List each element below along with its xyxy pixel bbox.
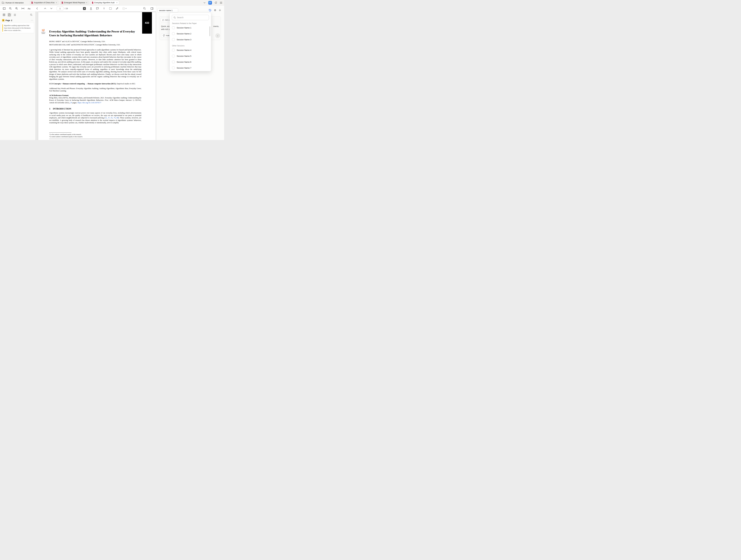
session-checkbox[interactable]: [172, 49, 175, 51]
session-checkbox[interactable]: [172, 67, 175, 69]
section-number: 1: [49, 108, 50, 110]
session-checkbox[interactable]: [172, 38, 175, 41]
extension-icon[interactable]: [208, 1, 212, 5]
annotation-page-header: A Page 2 ⋯: [0, 18, 35, 22]
tab-everyday-algorithm-auditing[interactable]: Everyday Algorithm Audi ×: [90, 1, 119, 5]
text-settings-button[interactable]: Aa: [27, 6, 31, 10]
zoom-out-icon[interactable]: [8, 6, 12, 10]
session-row[interactable]: Session Name 4: [170, 47, 211, 53]
section-label-related: Sessions Related to the Paper: [172, 22, 209, 24]
color-swatch: [122, 7, 125, 10]
session-row[interactable]: Session Name 3: [170, 37, 211, 43]
check-updates-line1: Check for: [40, 32, 47, 33]
more-icon[interactable]: ⋯: [31, 19, 33, 22]
close-icon[interactable]: ×: [116, 2, 118, 4]
session-row[interactable]: Session Name 5: [170, 53, 211, 59]
card-description-line2: with rich su: [161, 28, 171, 30]
page-number-input[interactable]: [57, 6, 63, 10]
search-icon: [174, 16, 176, 19]
arrow-up-icon: ↑: [217, 34, 218, 37]
footnotes: *Co-first authors contributed equally to…: [49, 132, 141, 138]
refresh-icon[interactable]: [215, 1, 217, 4]
paper-title: Everyday Algorithm Auditing: Understandi…: [49, 29, 141, 37]
tab-label: Everyday Algorithm Audi: [94, 2, 115, 4]
acm-reference-heading: ACM Reference Format:: [49, 94, 141, 96]
close-icon[interactable]: ×: [86, 2, 87, 4]
keywords: Additional Key Words and Phrases: Everyd…: [49, 87, 141, 92]
session-row[interactable]: Session Name 6: [170, 59, 211, 65]
toggle-sidebar-icon[interactable]: [2, 6, 6, 10]
page-label: Page: [5, 19, 10, 21]
text-tool-icon[interactable]: T: [102, 6, 106, 10]
scrollbar-thumb[interactable]: [210, 26, 210, 36]
toggle-right-panel-icon[interactable]: [150, 6, 154, 10]
card-text-fragment: ments,: [213, 25, 219, 27]
select-area-tool-icon[interactable]: [109, 6, 113, 10]
next-page-icon[interactable]: [49, 6, 53, 10]
fit-width-icon[interactable]: [21, 6, 25, 10]
crossmark-logo-icon: [42, 29, 45, 31]
footnote-line: *Co-first authors contributed equally to…: [49, 134, 141, 136]
chat-icon: [163, 34, 165, 37]
outline-list-icon[interactable]: [13, 13, 17, 17]
annotation-tools: A A T: [82, 6, 127, 10]
history-icon[interactable]: [208, 9, 211, 12]
document-icon: [62, 2, 63, 4]
tab-emergent-world[interactable]: Emergent World Represe ×: [60, 1, 89, 5]
back-icon[interactable]: [35, 6, 39, 10]
highlight-tool-icon[interactable]: A: [82, 6, 86, 10]
session-row[interactable]: Session Name 1: [170, 25, 211, 31]
folder-icon: [2, 2, 4, 4]
session-checkbox[interactable]: [172, 55, 175, 57]
tab-acquisition-of-chess[interactable]: Acquisition of Chess Kno ×: [30, 1, 59, 5]
pdf-toolbar: Aa / 29 A A T: [0, 5, 156, 12]
page-total-label: / 29: [65, 7, 68, 10]
pen-tool-icon[interactable]: [115, 6, 119, 10]
session-name-input[interactable]: [157, 8, 178, 13]
session-checkbox[interactable]: [172, 61, 175, 63]
section-label-other: Other Sessions: [172, 45, 209, 47]
author-line: HONG SHEN* and ALICIA DEVOS*, Carnegie M…: [49, 40, 141, 43]
pdf-viewer[interactable]: 433 Check for updates Everyday Algorithm…: [36, 12, 156, 140]
session-search-input[interactable]: [177, 16, 207, 19]
close-icon[interactable]: ×: [56, 2, 57, 4]
workspace-title: Human-AI Interaction: [5, 2, 24, 4]
session-label: Session Name 4: [177, 49, 191, 51]
workspace-tab[interactable]: Human-AI Interaction: [2, 2, 24, 4]
sidebar-view-tools: [0, 12, 35, 18]
tab-bar: Human-AI Interaction Acquisition of Ches…: [0, 0, 224, 5]
session-row[interactable]: Session Name 2: [170, 31, 211, 37]
session-row[interactable]: Session Name 7: [170, 65, 211, 71]
session-checkbox[interactable]: [172, 26, 175, 29]
toolbar-right: [142, 6, 154, 10]
color-picker[interactable]: [122, 7, 127, 10]
thumbnail-sidebar: A Page 2 ⋯ Algorithm auditing approaches…: [0, 12, 36, 140]
note-tool-icon[interactable]: [95, 6, 99, 10]
grid-view-icon[interactable]: [2, 13, 6, 17]
footnote-line: †Co-senior authors contributed equally t…: [49, 136, 141, 138]
panel-actions: ⚙: [208, 9, 221, 12]
search-icon[interactable]: [142, 6, 147, 10]
ccs-concepts: CCS Concepts: • Human-centered computing…: [49, 82, 141, 85]
menu-icon[interactable]: [220, 2, 222, 4]
tabbar-actions: [203, 1, 222, 5]
session-search-box[interactable]: [172, 15, 209, 20]
sidebar-search-icon[interactable]: [29, 13, 33, 17]
page-view-icon[interactable]: [7, 13, 11, 17]
send-button[interactable]: ↑: [215, 33, 220, 38]
session-label: Session Name 3: [177, 39, 191, 41]
gear-icon[interactable]: ⚙: [214, 9, 216, 12]
session-checkbox[interactable]: [172, 32, 175, 35]
underline-tool-icon[interactable]: A: [89, 6, 93, 10]
check-updates-badge[interactable]: Check for updates: [40, 29, 47, 34]
chevron-down-icon[interactable]: [203, 2, 206, 3]
abstract: A growing body of literature has propose…: [49, 49, 141, 80]
previous-page-icon[interactable]: [43, 6, 47, 10]
underline-letter: A: [90, 7, 92, 10]
check-updates-line2: updates: [40, 33, 47, 34]
annotation-card[interactable]: Algorithm auditing approaches that have …: [1, 23, 34, 33]
add-session-icon[interactable]: [219, 9, 221, 11]
annotation-text: Algorithm auditing approaches that have …: [4, 24, 32, 32]
zoom-in-icon[interactable]: [14, 6, 19, 10]
session-label: Session Name 5: [177, 55, 191, 57]
